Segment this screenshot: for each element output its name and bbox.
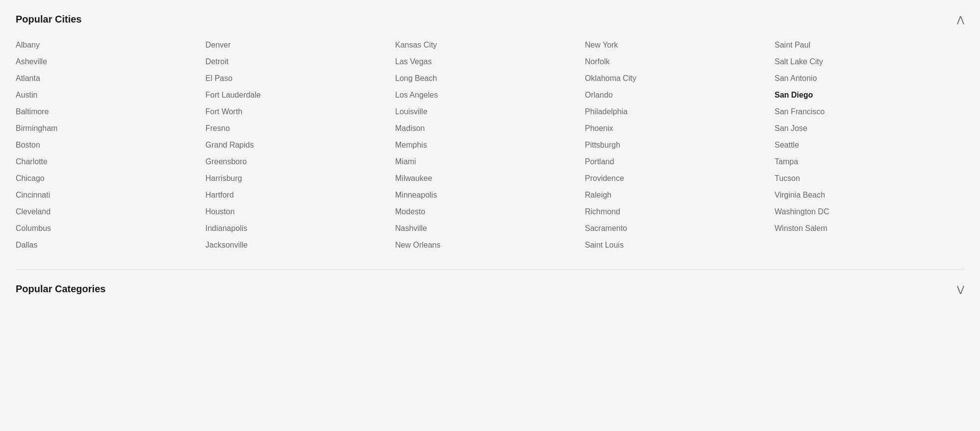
city-link[interactable]: Denver <box>205 37 395 53</box>
city-link[interactable]: Chicago <box>16 170 205 187</box>
city-link[interactable]: Fort Worth <box>205 103 395 120</box>
city-link[interactable]: Greensboro <box>205 153 395 170</box>
city-column-0: AlbanyAshevilleAtlantaAustinBaltimoreBir… <box>16 37 205 254</box>
city-link[interactable]: Dallas <box>16 237 205 254</box>
popular-cities-title: Popular Cities <box>16 14 81 25</box>
city-link[interactable]: Philadelphia <box>585 103 775 120</box>
city-link[interactable]: San Jose <box>775 120 964 137</box>
city-link[interactable]: Washington DC <box>775 203 964 220</box>
city-link[interactable]: Raleigh <box>585 187 775 203</box>
city-link[interactable]: Winston Salem <box>775 220 964 237</box>
city-link[interactable]: Grand Rapids <box>205 137 395 153</box>
city-link[interactable]: Fresno <box>205 120 395 137</box>
city-link[interactable]: New York <box>585 37 775 53</box>
city-link[interactable]: Orlando <box>585 87 775 103</box>
popular-categories-title: Popular Categories <box>16 283 105 295</box>
popular-categories-section: Popular Categories ⋁ <box>0 270 980 310</box>
city-link[interactable]: Providence <box>585 170 775 187</box>
city-link[interactable]: Harrisburg <box>205 170 395 187</box>
city-link[interactable]: Tampa <box>775 153 964 170</box>
city-link[interactable]: Charlotte <box>16 153 205 170</box>
city-link[interactable]: Nashville <box>395 220 585 237</box>
popular-cities-chevron-up-icon[interactable]: ⋀ <box>957 14 964 25</box>
popular-cities-header: Popular Cities ⋀ <box>16 14 964 25</box>
city-link[interactable]: Houston <box>205 203 395 220</box>
city-link[interactable]: Saint Paul <box>775 37 964 53</box>
city-link[interactable]: Fort Lauderdale <box>205 87 395 103</box>
city-link[interactable]: Minneapolis <box>395 187 585 203</box>
city-link[interactable]: Tucson <box>775 170 964 187</box>
city-link[interactable]: Cincinnati <box>16 187 205 203</box>
city-column-2: Kansas CityLas VegasLong BeachLos Angele… <box>395 37 585 254</box>
city-link[interactable]: Kansas City <box>395 37 585 53</box>
city-link[interactable]: Long Beach <box>395 70 585 87</box>
city-link[interactable]: San Antonio <box>775 70 964 87</box>
city-column-1: DenverDetroitEl PasoFort LauderdaleFort … <box>205 37 395 254</box>
city-column-4: Saint PaulSalt Lake CitySan AntonioSan D… <box>775 37 964 254</box>
city-link[interactable]: Pittsburgh <box>585 137 775 153</box>
city-link[interactable]: Indianapolis <box>205 220 395 237</box>
city-link[interactable]: San Francisco <box>775 103 964 120</box>
city-link[interactable]: Baltimore <box>16 103 205 120</box>
city-link[interactable]: Jacksonville <box>205 237 395 254</box>
city-link[interactable]: Austin <box>16 87 205 103</box>
city-link[interactable]: Detroit <box>205 53 395 70</box>
city-link[interactable]: Phoenix <box>585 120 775 137</box>
city-link[interactable]: Portland <box>585 153 775 170</box>
city-link[interactable]: Atlanta <box>16 70 205 87</box>
city-link[interactable]: Asheville <box>16 53 205 70</box>
city-link[interactable]: Los Angeles <box>395 87 585 103</box>
popular-cities-section: Popular Cities ⋀ AlbanyAshevilleAtlantaA… <box>0 0 980 269</box>
city-link[interactable]: Boston <box>16 137 205 153</box>
popular-categories-chevron-down-icon[interactable]: ⋁ <box>957 284 964 295</box>
city-link[interactable]: Modesto <box>395 203 585 220</box>
city-link[interactable]: Columbus <box>16 220 205 237</box>
city-link[interactable]: Cleveland <box>16 203 205 220</box>
page-container: Popular Cities ⋀ AlbanyAshevilleAtlantaA… <box>0 0 980 310</box>
city-link[interactable]: Hartford <box>205 187 395 203</box>
city-link[interactable]: Saint Louis <box>585 237 775 254</box>
city-link[interactable]: Salt Lake City <box>775 53 964 70</box>
city-link[interactable]: Milwaukee <box>395 170 585 187</box>
city-link[interactable]: Seattle <box>775 137 964 153</box>
city-link[interactable]: Miami <box>395 153 585 170</box>
popular-categories-header: Popular Categories ⋁ <box>16 283 964 295</box>
city-link[interactable]: Madison <box>395 120 585 137</box>
city-link[interactable]: Las Vegas <box>395 53 585 70</box>
city-column-3: New YorkNorfolkOklahoma CityOrlandoPhila… <box>585 37 775 254</box>
city-link[interactable]: Memphis <box>395 137 585 153</box>
city-link[interactable]: Virginia Beach <box>775 187 964 203</box>
city-link[interactable]: Sacramento <box>585 220 775 237</box>
city-link[interactable]: Oklahoma City <box>585 70 775 87</box>
city-link[interactable]: Birmingham <box>16 120 205 137</box>
city-link[interactable]: Norfolk <box>585 53 775 70</box>
city-link[interactable]: El Paso <box>205 70 395 87</box>
cities-grid: AlbanyAshevilleAtlantaAustinBaltimoreBir… <box>16 37 964 254</box>
city-link[interactable]: Albany <box>16 37 205 53</box>
city-link[interactable]: Louisville <box>395 103 585 120</box>
city-link[interactable]: San Diego <box>775 87 964 103</box>
city-link[interactable]: New Orleans <box>395 237 585 254</box>
city-link[interactable]: Richmond <box>585 203 775 220</box>
